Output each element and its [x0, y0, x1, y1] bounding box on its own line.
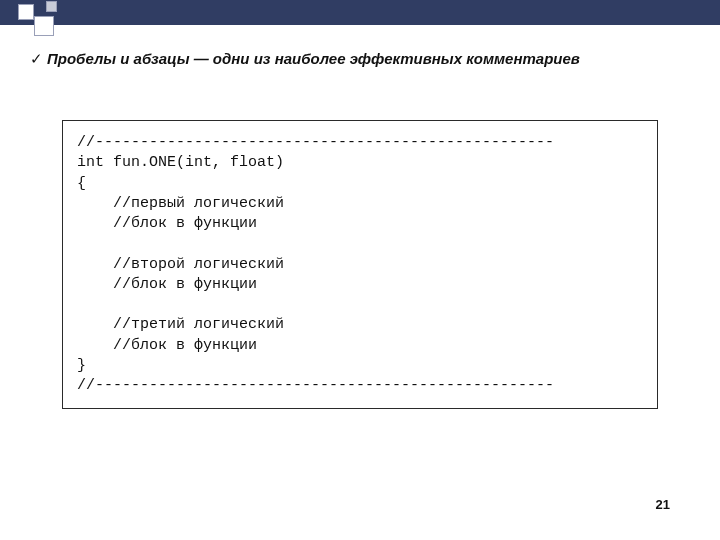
code-content: //--------------------------------------… — [77, 133, 643, 396]
decor-square-3 — [46, 1, 57, 12]
slide-heading: ✓Пробелы и абзацы — одни из наиболее эфф… — [30, 50, 690, 68]
checkmark-icon: ✓ — [30, 50, 43, 67]
code-line: //второй логический — [77, 256, 284, 273]
code-line: int fun.ONE(int, float) — [77, 154, 284, 171]
header-bar — [0, 0, 720, 25]
code-line: { — [77, 175, 86, 192]
code-line: //--------------------------------------… — [77, 134, 554, 151]
code-line: //блок в функции — [77, 276, 257, 293]
decor-square-2 — [34, 16, 54, 36]
code-line: //третий логический — [77, 316, 284, 333]
code-box: //--------------------------------------… — [62, 120, 658, 409]
code-line: //блок в функции — [77, 337, 257, 354]
page-number: 21 — [656, 497, 670, 512]
code-line: //блок в функции — [77, 215, 257, 232]
code-line: //--------------------------------------… — [77, 377, 554, 394]
heading-text: Пробелы и абзацы — одни из наиболее эффе… — [47, 50, 580, 67]
decor-square-1 — [18, 4, 34, 20]
code-line: //первый логический — [77, 195, 284, 212]
code-line: } — [77, 357, 86, 374]
